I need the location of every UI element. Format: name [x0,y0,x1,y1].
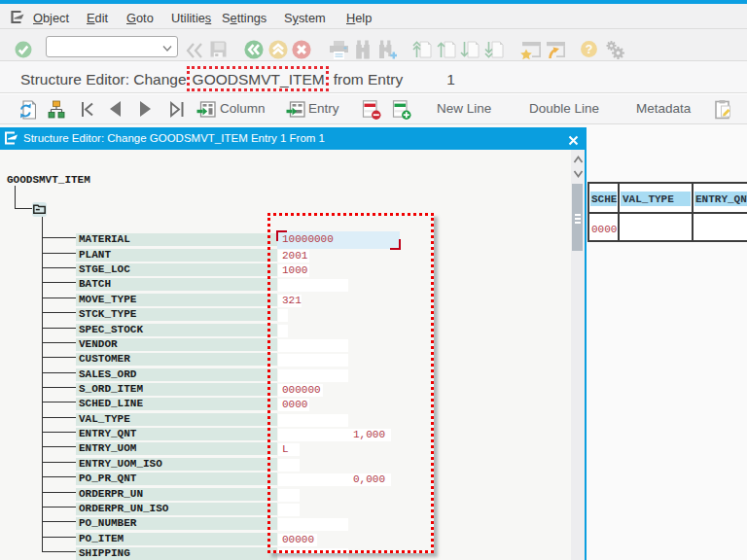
svg-text:?: ? [586,43,593,56]
